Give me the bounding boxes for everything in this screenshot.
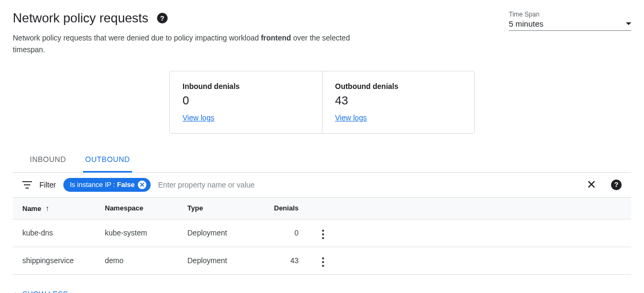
cell-denials: 43	[260, 247, 308, 274]
table-row: shippingservice demo Deployment 43	[13, 247, 631, 274]
inbound-denials-label: Inbound denials	[183, 82, 309, 91]
row-menu-icon[interactable]	[318, 227, 328, 241]
cell-type: Deployment	[178, 219, 260, 247]
col-header-name[interactable]: Name↑	[13, 198, 95, 219]
help-icon[interactable]: ?	[157, 13, 168, 23]
filter-label: Filter	[39, 181, 56, 189]
filter-input[interactable]	[158, 178, 579, 191]
tab-outbound[interactable]: OUTBOUND	[83, 149, 132, 173]
cell-type: Deployment	[178, 247, 260, 274]
inbound-denials-value: 0	[183, 94, 309, 108]
outbound-view-logs-link[interactable]: View logs	[335, 113, 367, 122]
svg-rect-1	[24, 184, 30, 185]
cell-denials: 0	[260, 219, 308, 247]
sort-asc-icon: ↑	[45, 204, 49, 213]
table-row: kube-dns kube-system Deployment 0	[13, 219, 631, 247]
cell-name: kube-dns	[13, 219, 95, 247]
filter-icon	[22, 181, 32, 189]
timespan-select[interactable]: Time Span 5 minutes	[509, 11, 631, 31]
show-less-button[interactable]: SHOW LESS	[13, 290, 631, 293]
cell-namespace: demo	[95, 247, 178, 274]
inbound-view-logs-link[interactable]: View logs	[183, 113, 214, 122]
clear-filter-icon[interactable]: ✕	[587, 179, 596, 191]
row-menu-icon[interactable]	[318, 255, 328, 269]
cell-name: shippingservice	[13, 247, 95, 274]
tab-inbound[interactable]: INBOUND	[28, 149, 68, 173]
timespan-value: 5 minutes	[509, 19, 543, 28]
filter-chip[interactable]: Is instance IP : False ✕	[63, 178, 151, 192]
outbound-denials-label: Outbound denials	[335, 82, 462, 91]
tabs: INBOUND OUTBOUND	[13, 149, 631, 173]
filter-help-icon[interactable]: ?	[611, 180, 622, 190]
timespan-label: Time Span	[509, 11, 631, 18]
stats-card: Inbound denials 0 View logs Outbound den…	[169, 71, 475, 134]
chevron-down-icon	[626, 22, 631, 25]
outbound-denials-value: 43	[335, 94, 462, 108]
cell-namespace: kube-system	[95, 219, 178, 247]
col-header-type[interactable]: Type	[178, 198, 260, 219]
svg-rect-0	[22, 181, 32, 182]
chip-close-icon[interactable]: ✕	[138, 181, 146, 189]
page-subtitle: Network policy requests that were denied…	[13, 32, 353, 56]
svg-rect-2	[26, 188, 29, 189]
page-title: Network policy requests	[13, 11, 148, 26]
col-header-denials[interactable]: Denials	[260, 198, 308, 219]
results-table: Name↑ Namespace Type Denials kube-dns ku…	[13, 198, 631, 275]
col-header-namespace[interactable]: Namespace	[95, 198, 178, 219]
